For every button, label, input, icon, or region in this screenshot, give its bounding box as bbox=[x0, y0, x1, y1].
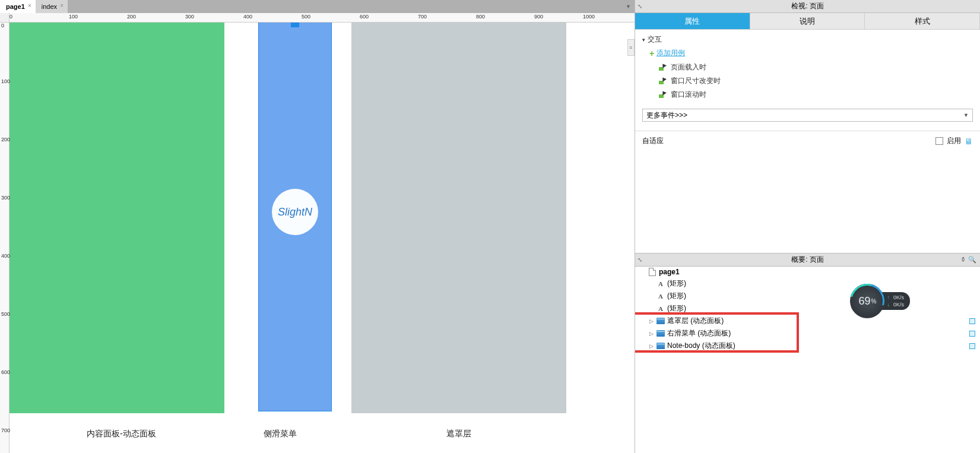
add-case-link[interactable]: 添加用例 bbox=[656, 48, 685, 58]
property-tabs: 属性 说明 样式 bbox=[635, 13, 980, 30]
outline-panel-mask-label: 遮罩层 (动态面板) bbox=[667, 316, 724, 326]
ruler-tick: 500 bbox=[1, 311, 10, 317]
event-icon bbox=[659, 91, 667, 99]
search-icon[interactable]: 🔍 bbox=[968, 256, 976, 264]
inspector-header-top: ⤡ 检视: 页面 bbox=[635, 0, 980, 13]
event-window-resize-label: 窗口尺寸改变时 bbox=[671, 76, 721, 86]
adaptive-row: 自适应 启用 🖥 bbox=[635, 131, 980, 151]
arrow-down-icon: ↓ bbox=[887, 302, 890, 308]
gauge-icon: 69% bbox=[850, 284, 884, 318]
ruler-tick: 100 bbox=[1, 78, 10, 84]
outline-page-root[interactable]: page1 bbox=[635, 267, 980, 277]
outline-rect-3[interactable]: A (矩形) bbox=[635, 302, 980, 315]
horizontal-ruler: 0 100 200 300 400 500 600 700 800 900 10… bbox=[9, 13, 635, 23]
ruler-tick: 1000 bbox=[583, 14, 595, 20]
canvas-workspace[interactable]: 0 100 200 300 400 500 600 700 800 900 10… bbox=[0, 13, 635, 453]
plus-icon: + bbox=[649, 49, 654, 58]
inspector-header-label: 检视: 页面 bbox=[791, 1, 824, 11]
dynamic-panel-icon bbox=[656, 343, 665, 349]
chevron-down-icon: ▾ bbox=[642, 37, 645, 43]
text-icon: A bbox=[656, 305, 665, 313]
slide-menu-panel[interactable]: SlightN bbox=[259, 23, 331, 411]
outline-panel-slide[interactable]: ▷ 右滑菜单 (动态面板) bbox=[635, 327, 980, 340]
tab-notes-label: 说明 bbox=[800, 16, 815, 27]
tab-properties[interactable]: 属性 bbox=[635, 13, 750, 29]
outline-page-label: page1 bbox=[659, 268, 680, 276]
ruler-tick: 300 bbox=[1, 195, 10, 201]
device-icon[interactable]: 🖥 bbox=[965, 137, 973, 146]
mask-panel[interactable] bbox=[351, 23, 566, 413]
ruler-tick: 600 bbox=[360, 14, 369, 20]
inspector-panel: ⤡ 检视: 页面 属性 说明 样式 ▾ 交互 + 添加用例 页面载入时 窗口尺寸… bbox=[635, 0, 980, 453]
collapse-icon[interactable]: ⤡ bbox=[638, 3, 642, 9]
ruler-tick: 700 bbox=[418, 14, 427, 20]
outline-rect-1[interactable]: A (矩形) bbox=[635, 277, 980, 290]
filter-icon[interactable]: ⚱ bbox=[960, 256, 966, 264]
add-case-button[interactable]: + 添加用例 bbox=[649, 46, 973, 61]
expand-icon[interactable]: ▷ bbox=[648, 318, 654, 324]
event-page-load[interactable]: 页面载入时 bbox=[659, 61, 973, 74]
text-icon: A bbox=[656, 292, 665, 300]
page-tab-bar: page1 × index × ▼ bbox=[0, 0, 635, 13]
gauge-value: 69 bbox=[859, 295, 871, 308]
outline-header-label: 概要: 页面 bbox=[791, 255, 824, 265]
inspector-properties-body: ▾ 交互 + 添加用例 页面载入时 窗口尺寸改变时 窗口滚动时 更多事件 bbox=[635, 30, 980, 254]
tab-index-label: index bbox=[42, 3, 57, 10]
event-icon bbox=[659, 77, 667, 85]
tab-style[interactable]: 样式 bbox=[865, 13, 980, 29]
panel-marker-icon bbox=[969, 331, 975, 337]
side-panel-toggle[interactable]: ≡ bbox=[627, 39, 635, 56]
canvas-area: page1 × index × ▼ 0 100 200 300 400 500 … bbox=[0, 0, 635, 453]
system-monitor-widget[interactable]: 69% ↑0K/s ↓0K/s bbox=[850, 284, 910, 318]
arrow-up-icon: ↑ bbox=[887, 294, 890, 300]
outline-rect-label: (矩形) bbox=[667, 278, 686, 289]
outline-rect-label: (矩形) bbox=[667, 303, 686, 313]
event-icon bbox=[659, 64, 667, 72]
outline-header: ⤡ 概要: 页面 ⚱ 🔍 bbox=[635, 254, 980, 267]
text-icon: A bbox=[656, 280, 665, 288]
ruler-tick: 800 bbox=[476, 14, 485, 20]
ruler-tick: 500 bbox=[302, 14, 310, 20]
content-panel[interactable] bbox=[9, 23, 224, 413]
outline-panel-mask[interactable]: ▷ 遮罩层 (动态面板) bbox=[635, 315, 980, 327]
expand-icon[interactable]: ▷ bbox=[648, 331, 654, 337]
close-icon[interactable]: × bbox=[58, 2, 65, 9]
tab-dropdown-icon[interactable]: ▼ bbox=[626, 4, 631, 9]
panel-marker-icon bbox=[969, 343, 975, 349]
outline-panel-slide-label: 右滑菜单 (动态面板) bbox=[667, 328, 731, 338]
upload-speed: 0K/s bbox=[893, 294, 904, 300]
outline-rect-2[interactable]: A (矩形) bbox=[635, 290, 980, 302]
dynamic-panel-icon bbox=[656, 330, 665, 337]
canvas-inner[interactable]: SlightN 内容面板-动态面板 侧滑菜单 遮罩层 bbox=[9, 23, 635, 453]
adaptive-enable-checkbox[interactable] bbox=[935, 137, 943, 145]
interaction-heading-label: 交互 bbox=[648, 34, 662, 45]
logo-circle: SlightN bbox=[272, 189, 318, 235]
outline-panel-note[interactable]: ▷ Note-body (动态面板) bbox=[635, 340, 980, 352]
ruler-tick: 300 bbox=[185, 14, 194, 20]
collapse-icon[interactable]: ⤡ bbox=[638, 256, 642, 263]
outline-body: page1 A (矩形) A (矩形) A (矩形) ▷ 遮罩层 (动态面板) bbox=[635, 267, 980, 453]
expand-icon[interactable]: ▷ bbox=[648, 343, 654, 349]
ruler-tick: 100 bbox=[69, 14, 78, 20]
close-icon[interactable]: × bbox=[26, 2, 33, 9]
tab-index[interactable]: index × bbox=[36, 0, 68, 13]
event-window-scroll[interactable]: 窗口滚动时 bbox=[659, 88, 973, 102]
ruler-corner bbox=[0, 13, 9, 23]
interaction-section-heading[interactable]: ▾ 交互 bbox=[642, 33, 973, 46]
more-events-label: 更多事件>>> bbox=[646, 110, 687, 121]
more-events-combo[interactable]: 更多事件>>> ▼ bbox=[642, 109, 973, 122]
tab-page1[interactable]: page1 × bbox=[0, 0, 36, 13]
tab-style-label: 样式 bbox=[915, 16, 930, 27]
event-window-resize[interactable]: 窗口尺寸改变时 bbox=[659, 74, 973, 88]
ruler-tick: 900 bbox=[534, 14, 543, 20]
logo-text: SlightN bbox=[278, 206, 312, 218]
tab-notes[interactable]: 说明 bbox=[750, 13, 865, 29]
event-page-load-label: 页面载入时 bbox=[671, 62, 706, 72]
label-mask: 遮罩层 bbox=[446, 429, 471, 439]
dynamic-panel-icon bbox=[656, 318, 665, 324]
label-slide-menu: 侧滑菜单 bbox=[264, 429, 297, 439]
ruler-tick: 200 bbox=[127, 14, 136, 20]
outline-panel-note-label: Note-body (动态面板) bbox=[667, 341, 735, 351]
chevron-down-icon: ▼ bbox=[963, 112, 969, 118]
adaptive-label: 自适应 bbox=[642, 136, 664, 146]
